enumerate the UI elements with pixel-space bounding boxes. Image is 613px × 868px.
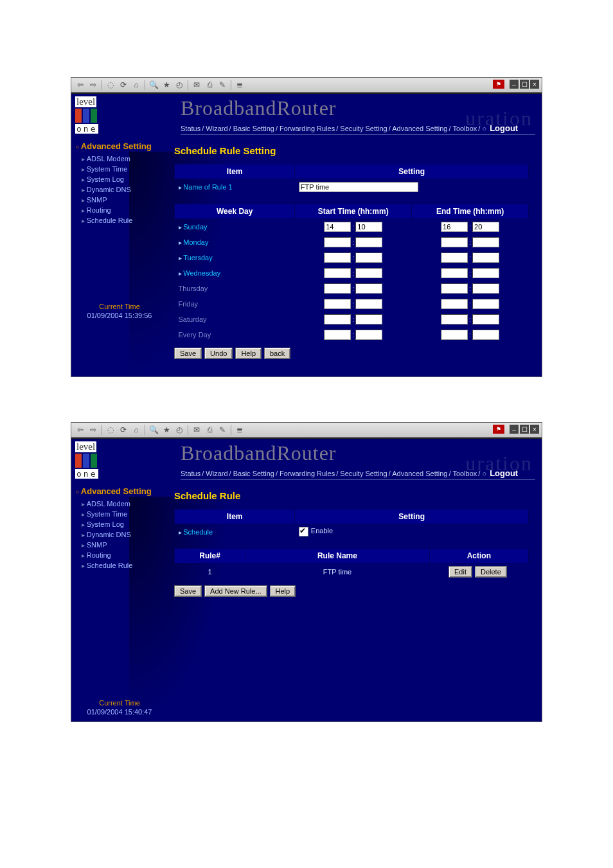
sidebar-item-schedule rule[interactable]: Schedule Rule [82,215,168,226]
time-colon: : [469,254,471,261]
add new rule--button[interactable]: Add New Rule... [204,585,267,597]
start-hour-input[interactable] [324,252,351,263]
end-min-input[interactable] [472,330,499,340]
back-button[interactable]: back [264,348,290,359]
end-hour-input[interactable] [441,222,468,232]
stop-icon[interactable]: ◌ [105,80,116,90]
discuss-icon[interactable]: ≣ [235,425,245,435]
mail-icon[interactable]: ✉ [191,80,202,90]
help-button[interactable]: Help [235,348,262,359]
end-hour-input[interactable] [441,299,468,309]
rule-name: FTP time [245,563,430,581]
home-icon[interactable]: ⌂ [131,425,141,435]
end-min-input[interactable] [472,299,499,309]
time-colon: : [352,269,354,277]
undo-button[interactable]: Undo [204,348,233,359]
start-min-input[interactable] [355,237,382,247]
favorites-icon[interactable]: ★ [161,80,172,90]
print-icon[interactable]: ⎙ [204,80,215,90]
start-hour-input[interactable] [324,330,351,340]
forward-icon[interactable]: ⇨ [88,425,98,435]
end-hour-input[interactable] [441,252,468,263]
sidebar-item-adsl modem[interactable]: ADSL Modem [82,154,168,164]
minimize-button[interactable]: – [510,425,519,434]
start-min-input[interactable] [355,268,382,278]
sidebar-item-system log[interactable]: System Log [82,174,168,184]
rule-no: 1 [175,563,245,581]
start-hour-input[interactable] [324,283,351,294]
start-min-input[interactable] [355,252,382,263]
history-icon[interactable]: ◴ [174,425,184,435]
refresh-icon[interactable]: ⟳ [118,80,129,90]
start-min-input[interactable] [355,283,382,294]
start-hour-input[interactable] [324,268,351,278]
sidebar-category: Advanced Setting [75,141,168,151]
start-min-input[interactable] [355,222,382,232]
discuss-icon[interactable]: ≣ [235,80,245,90]
start-hour-input[interactable] [324,222,351,232]
time-colon: : [352,315,354,323]
edit-icon[interactable]: ✎ [217,80,227,90]
start-min-input[interactable] [355,299,382,309]
minimize-button[interactable]: – [510,80,519,89]
end-min-input[interactable] [472,283,499,294]
stop-icon[interactable]: ◌ [105,425,116,435]
forward-icon[interactable]: ⇨ [88,80,98,90]
col-end-time: End Time (hh:mm) [412,204,529,219]
sidebar-item-snmp[interactable]: SNMP [82,540,168,550]
end-hour-input[interactable] [441,268,468,278]
current-time-label: Current Time [71,303,168,310]
sidebar-item-system log[interactable]: System Log [82,519,168,529]
time-colon: : [469,300,471,308]
start-min-input[interactable] [355,330,382,340]
back-icon[interactable]: ⇦ [75,425,85,435]
end-hour-input[interactable] [441,314,468,324]
end-min-input[interactable] [472,268,499,278]
help-button[interactable]: Help [270,585,296,597]
end-hour-input[interactable] [441,237,468,247]
edit-icon[interactable]: ✎ [217,425,227,435]
col-action: Action [429,549,528,563]
sidebar-item-dynamic dns[interactable]: Dynamic DNS [82,184,168,195]
favorites-icon[interactable]: ★ [161,425,172,435]
history-icon[interactable]: ◴ [174,80,184,90]
end-min-input[interactable] [472,252,499,263]
time-colon: : [469,315,471,323]
save-button[interactable]: Save [174,348,202,359]
sidebar-item-adsl modem[interactable]: ADSL Modem [82,499,168,509]
enable-checkbox[interactable] [299,527,308,536]
end-min-input[interactable] [472,222,499,232]
start-hour-input[interactable] [324,237,351,247]
end-hour-input[interactable] [441,330,468,340]
sidebar-item-system time[interactable]: System Time [82,164,168,174]
sidebar-item-dynamic dns[interactable]: Dynamic DNS [82,529,168,540]
delete-button[interactable]: Delete [475,566,507,578]
sidebar-category: Advanced Setting [75,486,168,496]
edit-button[interactable]: Edit [449,566,472,578]
search-icon[interactable]: 🔍 [148,80,159,90]
maximize-button[interactable]: ☐ [520,80,529,89]
close-button[interactable]: × [530,80,539,89]
rule-name-input[interactable] [299,182,418,192]
mail-icon[interactable]: ✉ [191,425,202,435]
sidebar-item-schedule rule[interactable]: Schedule Rule [82,560,168,571]
home-icon[interactable]: ⌂ [131,80,141,90]
end-hour-input[interactable] [441,283,468,294]
maximize-button[interactable]: ☐ [520,425,529,434]
print-icon[interactable]: ⎙ [204,425,215,435]
close-button[interactable]: × [530,425,539,434]
sidebar-item-system time[interactable]: System Time [82,509,168,519]
search-icon[interactable]: 🔍 [148,425,159,435]
end-min-input[interactable] [472,314,499,324]
start-min-input[interactable] [355,314,382,324]
end-min-input[interactable] [472,237,499,247]
sidebar-item-snmp[interactable]: SNMP [82,195,168,205]
back-icon[interactable]: ⇦ [75,80,85,90]
sidebar-item-routing[interactable]: Routing [82,205,168,215]
start-hour-input[interactable] [324,299,351,309]
start-hour-input[interactable] [324,314,351,324]
refresh-icon[interactable]: ⟳ [118,425,129,435]
-ave-button[interactable]: Save [174,585,202,597]
time-colon: : [469,223,471,231]
sidebar-item-routing[interactable]: Routing [82,550,168,560]
